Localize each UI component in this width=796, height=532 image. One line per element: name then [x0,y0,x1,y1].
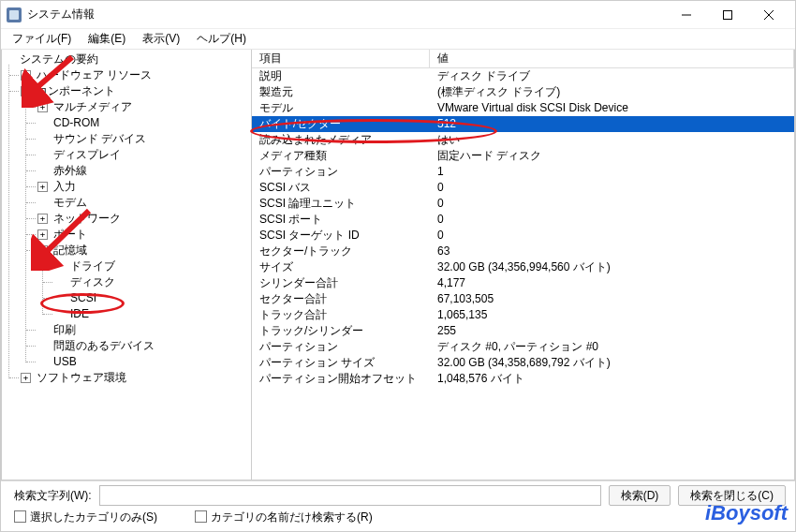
details-row[interactable]: セクター合計67,103,505 [252,291,794,307]
details-row[interactable]: パーティション1 [252,164,794,180]
details-pane: 項目 値 説明ディスク ドライブ製造元(標準ディスク ドライブ)モデルVMwar… [252,50,795,480]
details-value: (標準ディスク ドライブ) [430,84,794,100]
expand-icon[interactable]: + [37,229,48,240]
details-item: セクター合計 [252,291,430,307]
tree-sound[interactable]: サウンド デバイス [52,131,148,147]
menu-view[interactable]: 表示(V) [135,29,187,49]
search-button[interactable]: 検索(D) [609,485,671,506]
details-row[interactable]: バイト/セクター512 [252,116,794,132]
details-row[interactable]: 説明ディスク ドライブ [252,68,794,84]
details-row[interactable]: SCSI ターゲット ID0 [252,228,794,244]
app-window: システム情報 ファイル(F) 編集(E) 表示(V) ヘルプ(H) システムの要… [0,0,796,532]
tree-software-env[interactable]: ソフトウェア環境 [35,370,128,386]
tree-storage[interactable]: 記憶域 [52,243,89,259]
tree-display[interactable]: ディスプレイ [52,147,123,163]
details-row[interactable]: サイズ32.00 GB (34,356,994,560 バイト) [252,259,794,275]
maximize-button[interactable] [707,2,748,28]
details-row[interactable]: SCSI 論理ユニット0 [252,196,794,212]
details-value: 0 [430,196,794,212]
main-area: システムの要約 +ハードウェア リソース -コンポーネント +マルチメディア C… [1,50,795,480]
search-input[interactable] [99,485,601,506]
details-value: 固定ハード ディスク [430,148,794,164]
tree-disks[interactable]: ディスク [68,274,117,290]
details-item: メディア種類 [252,148,430,164]
collapse-icon[interactable]: - [21,86,31,96]
details-list[interactable]: 説明ディスク ドライブ製造元(標準ディスク ドライブ)モデルVMware Vir… [252,68,794,480]
titlebar[interactable]: システム情報 [1,1,795,29]
category-tree-pane[interactable]: システムの要約 +ハードウェア リソース -コンポーネント +マルチメディア C… [1,50,252,480]
expand-icon[interactable]: + [37,102,48,112]
details-item: モデル [252,100,430,116]
tree-root[interactable]: システムの要約 [18,52,100,67]
details-item: トラック合計 [252,307,430,323]
close-button[interactable] [748,2,789,28]
checkbox-icon [14,510,26,523]
details-row[interactable]: モデルVMware Virtual disk SCSI Disk Device [252,100,794,116]
details-row[interactable]: 製造元(標準ディスク ドライブ) [252,84,794,100]
details-row[interactable]: シリンダー合計4,177 [252,275,794,291]
details-item: パーティション開始オフセット [252,371,430,387]
details-row[interactable]: セクター/トラック63 [252,244,794,259]
details-row[interactable]: SCSI バス0 [252,180,794,196]
header-value[interactable]: 値 [430,50,794,67]
details-header: 項目 値 [252,50,794,68]
details-row[interactable]: メディア種類固定ハード ディスク [252,148,794,164]
tree-scsi[interactable]: SCSI [68,290,98,306]
expand-icon[interactable]: + [37,182,48,192]
details-row[interactable]: パーティション開始オフセット1,048,576 バイト [252,371,794,387]
details-value: VMware Virtual disk SCSI Disk Device [430,100,794,116]
tree-multimedia[interactable]: マルチメディア [52,99,134,115]
tree-components[interactable]: コンポーネント [35,83,117,99]
details-item: SCSI ターゲット ID [252,228,430,244]
checkbox-name-only[interactable]: カテゴリの名前だけ検索する(R) [195,510,373,525]
details-value: 0 [430,180,794,196]
details-row[interactable]: パーティション サイズ32.00 GB (34,358,689,792 バイト) [252,355,794,371]
details-item: SCSI 論理ユニット [252,196,430,212]
details-value: 255 [430,323,794,339]
details-value: 0 [430,212,794,228]
close-search-button[interactable]: 検索を閉じる(C) [678,485,786,506]
tree-infrared[interactable]: 赤外線 [52,163,89,179]
tree-cdrom[interactable]: CD-ROM [52,115,101,131]
details-item: トラック/シリンダー [252,323,430,339]
details-value: 1 [430,164,794,180]
details-item: サイズ [252,259,430,275]
minimize-button[interactable] [666,2,707,28]
details-item: SCSI バス [252,180,430,196]
details-row[interactable]: トラック合計1,065,135 [252,307,794,323]
details-row[interactable]: SCSI ポート0 [252,212,794,228]
menu-help[interactable]: ヘルプ(H) [189,29,254,49]
collapse-icon[interactable]: - [37,245,48,256]
details-row[interactable]: トラック/シリンダー255 [252,323,794,339]
tree-ports[interactable]: ポート [52,227,89,243]
expand-icon[interactable]: + [37,214,48,224]
tree-modem[interactable]: モデム [52,195,89,211]
details-row[interactable]: 読み込まれたメディアはい [252,132,794,148]
tree-printing[interactable]: 印刷 [52,322,78,338]
tree-drives[interactable]: ドライブ [68,259,117,274]
checkbox-icon [195,510,207,523]
details-value: 1,048,576 バイト [430,371,794,387]
expand-icon[interactable]: + [21,70,31,81]
details-value: ディスク #0, パーティション #0 [430,339,794,355]
details-value: 0 [430,228,794,244]
app-icon [7,7,22,22]
tree-usb[interactable]: USB [52,354,79,370]
window-controls [666,2,789,28]
tree-ide[interactable]: IDE [68,306,91,322]
tree-problem-devices[interactable]: 問題のあるデバイス [52,338,156,354]
tree-hardware-resources[interactable]: ハードウェア リソース [35,67,154,83]
details-item: 読み込まれたメディア [252,132,430,148]
checkbox-selected-category[interactable]: 選択したカテゴリのみ(S) [14,510,157,525]
menu-edit[interactable]: 編集(E) [81,29,133,49]
details-item: セクター/トラック [252,244,430,259]
details-row[interactable]: パーティションディスク #0, パーティション #0 [252,339,794,355]
menubar: ファイル(F) 編集(E) 表示(V) ヘルプ(H) [1,29,795,50]
details-item: 製造元 [252,84,430,100]
search-label: 検索文字列(W): [14,488,92,504]
expand-icon[interactable]: + [21,373,31,383]
tree-input[interactable]: 入力 [52,179,78,195]
header-item[interactable]: 項目 [252,50,430,67]
menu-file[interactable]: ファイル(F) [5,29,79,49]
tree-network[interactable]: ネットワーク [52,211,123,227]
